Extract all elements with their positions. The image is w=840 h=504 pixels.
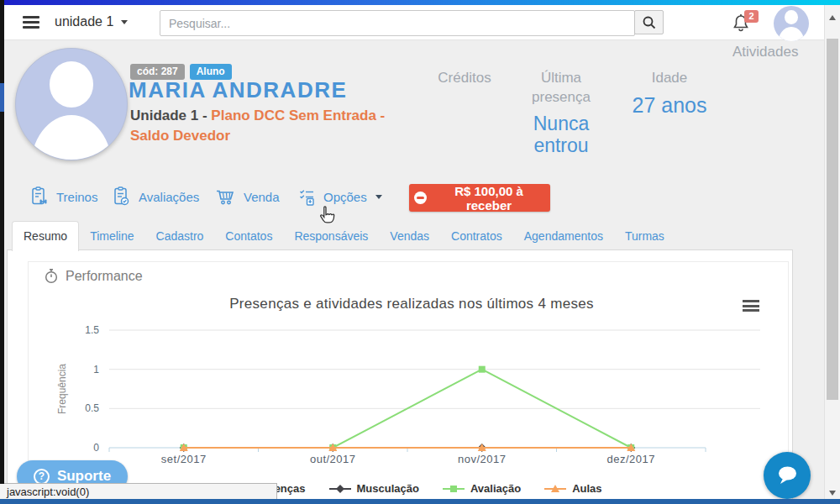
app-window: unidade 1 2 cód: 287 Aluno [0,0,840,504]
scroll-up-arrow[interactable] [829,15,836,20]
bottom-edge-bar [0,499,840,504]
assessment-clipboard-icon [112,186,132,207]
y-tick-label: 1.5 [85,324,99,336]
y-axis-title: Frequência [56,364,68,414]
user-avatar[interactable] [774,6,809,41]
top-navbar: unidade 1 2 [4,5,824,40]
tab-contratos[interactable]: Contratos [440,221,513,250]
y-tick-label: 0 [93,442,99,454]
stat-label: Última presença [514,69,608,108]
stat-label: Créditos [438,69,491,88]
legend-marker-icon [328,483,353,495]
legend-label: Aulas [572,482,601,495]
avatar-silhouette [50,61,94,108]
tab-timeline[interactable]: Timeline [79,221,144,250]
tab-responsaveis[interactable]: Responsáveis [283,221,379,250]
tab-contatos[interactable]: Contatos [214,221,283,250]
stat-ultima-presenca: Última presença Nunca entrou [514,69,608,157]
question-mark-icon: ? [34,469,50,485]
y-tick-label: 1 [93,364,99,375]
legend-marker-icon [543,483,568,495]
venda-button[interactable]: Venda [215,186,280,207]
stat-value: Nunca entrou [514,113,608,157]
page-scrollbar[interactable] [824,5,840,499]
y-tick-label: 0.5 [85,402,99,414]
performance-title: Performance [66,269,143,284]
browser-status-bar: javascript:void(0) [0,483,277,501]
workout-clipboard-icon [29,186,50,207]
stat-value: 27 anos [633,93,707,118]
student-name: MARIA ANDRADRE [129,77,347,103]
legend-marker-icon [441,483,466,495]
search-icon [642,15,657,30]
activities-link[interactable]: Atividades [732,44,798,60]
action-label: Venda [244,190,280,204]
student-photo-avatar[interactable] [15,48,128,160]
top-accent-bar [0,0,840,5]
minus-circle-icon [414,192,427,204]
performance-chart: 00.511.5set/2017out/2017nov/2017dez/2017… [34,292,788,481]
stat-label: Idade [652,69,688,88]
tab-agendamentos[interactable]: Agendamentos [513,221,614,250]
stat-creditos: Créditos [418,69,511,93]
legend-item-Musculação[interactable]: Musculação [328,482,419,495]
x-tick-label: nov/2017 [458,453,507,465]
legend-item-Aulas[interactable]: Aulas [543,482,601,495]
performance-header: Performance [44,268,143,284]
search-button[interactable] [634,10,664,34]
support-label: Suporte [57,468,111,485]
x-tick-label: dez/2017 [607,453,656,465]
caret-down-icon [375,195,382,199]
search-input[interactable] [160,10,635,36]
data-point-Avaliação[interactable] [479,366,486,373]
legend-label: Avaliação [470,482,521,495]
scroll-down-arrow[interactable] [829,491,836,496]
legend-label: Musculação [357,482,419,495]
speech-bubble-icon [775,465,799,486]
shopping-cart-icon [215,186,237,207]
stopwatch-icon [44,268,59,284]
profile-tabs: Resumo Timeline Cadastro Contatos Respon… [12,221,675,250]
treinos-button[interactable]: Treinos [29,186,97,207]
notification-badge: 2 [744,10,759,23]
tab-cadastro[interactable]: Cadastro [145,221,215,250]
chat-button[interactable] [764,452,811,499]
balance-due-button[interactable]: R$ 100,00 à receber [409,184,550,212]
tab-vendas[interactable]: Vendas [379,221,440,250]
opcoes-button[interactable]: Opções [297,186,382,207]
action-label: Opções [323,190,367,204]
tab-resumo[interactable]: Resumo [12,221,79,251]
scrollbar-thumb[interactable] [827,39,838,400]
balance-label: R$ 100,00 à receber [433,184,545,213]
x-tick-label: out/2017 [310,453,356,465]
stat-idade: Idade 27 anos [623,69,716,118]
tab-turmas[interactable]: Turmas [614,221,675,250]
avaliacoes-button[interactable]: Avaliações [112,186,199,207]
options-list-icon [297,186,317,207]
student-subtitle: Unidade 1 - Plano DCC Sem Entrada - Sald… [130,106,412,146]
unit-selector-label: unidade 1 [55,14,113,29]
left-edge-strip [0,0,4,484]
unit-selector[interactable]: unidade 1 [55,14,128,29]
hamburger-menu-icon[interactable] [23,16,39,29]
status-bar-text: javascript:void(0) [7,486,89,498]
action-label: Avaliações [139,190,199,204]
left-edge-accent [0,83,4,112]
avatar-silhouette [785,10,799,25]
caret-down-icon [121,20,128,24]
unit-label: Unidade 1 - [130,108,211,123]
legend-item-Avaliação[interactable]: Avaliação [441,482,521,495]
action-label: Treinos [56,190,97,204]
notifications-button[interactable]: 2 [731,12,761,39]
x-tick-label: set/2017 [161,453,207,465]
